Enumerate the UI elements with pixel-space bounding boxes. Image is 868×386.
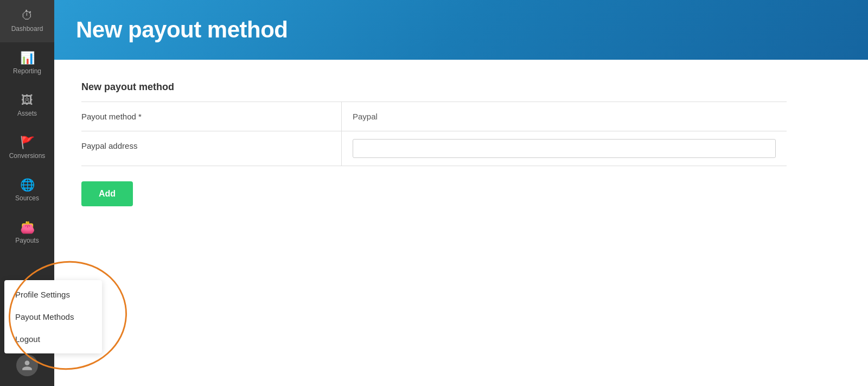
paypal-address-row: Paypal address bbox=[81, 131, 787, 166]
sidebar-item-dashboard[interactable]: ⏱ Dashboard bbox=[0, 0, 54, 42]
popup-logout[interactable]: Logout bbox=[4, 328, 102, 350]
assets-icon: 🖼 bbox=[21, 94, 33, 106]
page-header: New payout method bbox=[54, 0, 868, 60]
popup-menu-container: Profile Settings Payout Methods Logout bbox=[0, 280, 102, 353]
add-button[interactable]: Add bbox=[81, 181, 133, 206]
page-title: New payout method bbox=[76, 17, 288, 43]
dashboard-icon: ⏱ bbox=[21, 10, 33, 22]
payouts-icon: 👛 bbox=[20, 222, 35, 233]
sidebar-item-payouts[interactable]: 👛 Payouts bbox=[0, 212, 54, 254]
reporting-icon: 📊 bbox=[20, 52, 35, 64]
payout-method-label: Payout method * bbox=[81, 102, 342, 131]
sidebar-item-sources[interactable]: 🌐 Sources bbox=[0, 169, 54, 212]
sidebar-item-label-sources: Sources bbox=[15, 194, 39, 202]
sidebar-item-assets[interactable]: 🖼 Assets bbox=[0, 85, 54, 127]
sidebar-item-label-dashboard: Dashboard bbox=[11, 25, 43, 33]
popup-profile-settings[interactable]: Profile Settings bbox=[4, 283, 102, 306]
form-card-title: New payout method bbox=[81, 81, 787, 93]
sidebar-item-conversions[interactable]: 🚩 Conversions bbox=[0, 127, 54, 169]
form-card: New payout method Payout method * Paypal… bbox=[81, 81, 787, 206]
paypal-address-value bbox=[342, 131, 787, 166]
popup-payout-methods[interactable]: Payout Methods bbox=[4, 306, 102, 328]
sidebar-bottom bbox=[0, 355, 54, 386]
sources-icon: 🌐 bbox=[20, 179, 35, 191]
sidebar-item-label-payouts: Payouts bbox=[15, 237, 39, 244]
user-avatar[interactable] bbox=[16, 355, 38, 376]
content-area: New payout method Payout method * Paypal… bbox=[54, 60, 868, 386]
sidebar-item-label-conversions: Conversions bbox=[9, 152, 46, 160]
sidebar-item-label-reporting: Reporting bbox=[13, 67, 41, 75]
payout-method-value: Paypal bbox=[342, 102, 787, 131]
payout-method-static: Paypal bbox=[353, 112, 378, 121]
payout-method-row: Payout method * Paypal bbox=[81, 102, 787, 131]
sidebar-item-label-assets: Assets bbox=[17, 110, 37, 117]
paypal-address-input[interactable] bbox=[353, 139, 776, 158]
conversions-icon: 🚩 bbox=[20, 137, 35, 149]
popup-menu: Profile Settings Payout Methods Logout bbox=[4, 280, 102, 353]
main-content: New payout method New payout method Payo… bbox=[54, 0, 868, 386]
sidebar-item-reporting[interactable]: 📊 Reporting bbox=[0, 42, 54, 85]
paypal-address-label: Paypal address bbox=[81, 131, 342, 166]
